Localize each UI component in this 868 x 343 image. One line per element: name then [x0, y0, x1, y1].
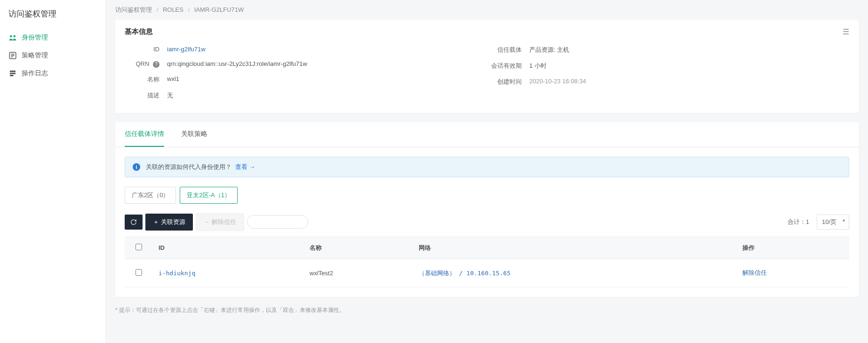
sidebar-item-identity[interactable]: 身份管理 [0, 29, 105, 47]
svg-point-1 [14, 35, 16, 38]
col-checkbox [125, 237, 153, 259]
card-menu-icon[interactable]: ☰ [843, 27, 849, 36]
tab-trust-detail[interactable]: 信任载体详情 [125, 122, 164, 147]
search-input[interactable] [247, 215, 308, 229]
refresh-button[interactable] [125, 215, 143, 230]
total-label: 合计：1 [788, 218, 809, 226]
table-row[interactable]: i-hdiuknjq wxlTest2 （基础网络） / 10.160.15.6… [125, 259, 849, 287]
breadcrumb-item[interactable]: 访问鉴权管理 [115, 6, 152, 13]
created-value: 2020-10-23 16:08:34 [529, 78, 586, 86]
tab-associated-policy[interactable]: 关联策略 [181, 122, 207, 147]
breadcrumb: 访问鉴权管理 / ROLES / IAMR-G2LFU71W [106, 0, 868, 20]
trust-value: 产品资源: 主机 [529, 46, 569, 54]
sidebar-item-label: 策略管理 [22, 51, 48, 60]
sidebar-item-policy[interactable]: 策略管理 [0, 47, 105, 64]
basic-info-card: 基本信息 ☰ ID iamr-g2lfu71w QRN ? qrn:qingcl… [115, 20, 859, 113]
page-size-select[interactable]: 10/页 [817, 215, 849, 230]
plus-icon: ＋ [153, 218, 159, 226]
log-icon [8, 69, 17, 78]
refresh-icon [130, 219, 137, 225]
trust-label: 信任载体 [487, 46, 529, 54]
name-value: wxl1 [167, 75, 179, 84]
bottom-hint: * 提示：可通过在各个资源上点击「右键」来进行常用操作，以及「双击」来修改基本属… [115, 306, 859, 314]
col-id: ID [153, 237, 304, 259]
toolbar: ＋ 关联资源 － 解除信任 合计：1 10/页 [125, 213, 849, 231]
col-name: 名称 [304, 237, 413, 259]
minus-icon: － [204, 218, 210, 226]
name-label: 名称 [125, 75, 167, 84]
remove-trust-action[interactable]: 解除信任 [742, 269, 767, 276]
sidebar-item-log[interactable]: 操作日志 [0, 64, 105, 82]
info-notice: i 关联的资源如何代入身份使用？ 查看 → [125, 157, 849, 177]
desc-label: 描述 [125, 91, 167, 100]
main-content: 访问鉴权管理 / ROLES / IAMR-G2LFU71W 基本信息 ☰ ID… [106, 0, 868, 343]
region-tabs: 广东2区（0） 亚太2区-A（1） [125, 187, 849, 204]
info-icon: i [133, 163, 140, 171]
col-network: 网络 [413, 237, 737, 259]
breadcrumb-sep: / [188, 6, 190, 13]
associate-resource-button[interactable]: ＋ 关联资源 [145, 214, 193, 231]
resource-network[interactable]: （基础网络） / 10.160.15.65 [419, 270, 510, 277]
notice-text: 关联的资源如何代入身份使用？ [146, 163, 231, 171]
sidebar: 访问鉴权管理 身份管理 策略管理 操作日志 [0, 0, 106, 343]
sidebar-item-label: 身份管理 [22, 33, 48, 42]
breadcrumb-item[interactable]: ROLES [163, 6, 183, 13]
identity-icon [8, 33, 17, 42]
created-label: 创建时间 [487, 78, 529, 86]
desc-value: 无 [167, 91, 173, 100]
breadcrumb-item: IAMR-G2LFU71W [194, 6, 244, 13]
row-checkbox[interactable] [135, 269, 142, 276]
region-tab-ap2a[interactable]: 亚太2区-A（1） [180, 187, 237, 204]
resource-table: ID 名称 网络 操作 i-hdiuknjq wxlTest2 （基础网络） /… [125, 237, 849, 288]
id-value[interactable]: iamr-g2lfu71w [167, 46, 206, 53]
policy-icon [8, 51, 17, 60]
session-label: 会话有效期 [487, 62, 529, 70]
qrn-value: qrn:qingcloud:iam::usr-2Ly2c31J:role/iam… [167, 60, 307, 68]
detail-card: 信任载体详情 关联策略 i 关联的资源如何代入身份使用？ 查看 → 广东2区（0… [115, 122, 859, 297]
detail-tabs: 信任载体详情 关联策略 [115, 122, 859, 147]
id-label: ID [125, 46, 167, 53]
sidebar-item-label: 操作日志 [22, 69, 48, 78]
remove-trust-button: － 解除信任 [196, 213, 244, 231]
breadcrumb-sep: / [157, 6, 159, 13]
help-icon[interactable]: ? [153, 61, 159, 68]
svg-point-0 [10, 35, 12, 38]
resource-name: wxlTest2 [304, 259, 413, 287]
resource-id[interactable]: i-hdiuknjq [159, 270, 195, 277]
select-all-checkbox[interactable] [135, 244, 142, 250]
qrn-label: QRN ? [125, 60, 167, 68]
sidebar-title: 访问鉴权管理 [0, 8, 105, 29]
basic-info-title: 基本信息 [125, 27, 153, 36]
col-action: 操作 [737, 237, 849, 259]
region-tab-gd2[interactable]: 广东2区（0） [125, 187, 176, 204]
notice-link[interactable]: 查看 → [235, 163, 255, 171]
session-value: 1 小时 [529, 62, 547, 70]
